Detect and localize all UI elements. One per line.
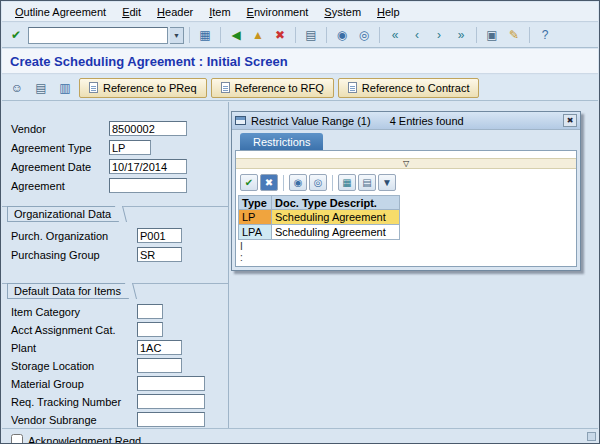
last-page-icon[interactable]: » bbox=[451, 26, 471, 45]
agreement-label: Agreement bbox=[11, 180, 65, 192]
agreement-date-input[interactable] bbox=[109, 159, 187, 174]
printer-icon[interactable]: ▤ bbox=[31, 78, 51, 97]
agreement-type-label: Agreement Type bbox=[11, 142, 92, 154]
grid-cell-description[interactable]: Scheduling Agreement bbox=[272, 225, 400, 240]
section-tab-slant bbox=[115, 206, 127, 222]
column-header-description[interactable]: Doc. Type Descript. bbox=[272, 195, 400, 210]
field-row-storage-location: Storage Location bbox=[2, 358, 228, 374]
dialog-title: Restrict Value Range (1) bbox=[251, 115, 371, 127]
field-row-plant: Plant bbox=[2, 340, 228, 356]
grid-cell-type[interactable]: LPA bbox=[238, 225, 272, 240]
shortcut-icon[interactable]: ✎ bbox=[504, 26, 524, 45]
standard-toolbar: ✔ ▼ ▦ ◀ ▲ ✖ ▤ ◉ ◎ « ‹ › » ▣ ✎ ? bbox=[2, 23, 598, 48]
acknowledgment-checkbox[interactable] bbox=[11, 434, 23, 444]
toolbar-separator bbox=[295, 27, 296, 43]
grid-header-row: Type Doc. Type Descript. bbox=[238, 195, 400, 210]
save-icon[interactable]: ▦ bbox=[195, 26, 215, 45]
tab-restrictions[interactable]: Restrictions bbox=[240, 133, 323, 150]
menu-edit[interactable]: Edit bbox=[114, 4, 149, 20]
accept-icon[interactable]: ✔ bbox=[240, 174, 258, 191]
plant-input[interactable] bbox=[137, 340, 182, 355]
document-icon bbox=[348, 82, 357, 93]
section-title: Default Data for Items bbox=[14, 285, 121, 297]
exit-icon[interactable]: ▲ bbox=[248, 26, 268, 45]
menu-header[interactable]: Header bbox=[149, 4, 201, 20]
acct-assignment-input[interactable] bbox=[137, 322, 163, 337]
command-input[interactable] bbox=[28, 27, 168, 44]
field-row-acknowledgment: Acknowledgment Reqd bbox=[2, 433, 228, 444]
toolbar-separator bbox=[220, 27, 221, 43]
menu-item[interactable]: Item bbox=[201, 4, 238, 20]
close-icon[interactable]: ✖ bbox=[563, 114, 577, 127]
application-toolbar: ☺ ▤ ▥ Reference to PReq Reference to RFQ… bbox=[2, 75, 598, 101]
grid-row-lpa[interactable]: LPA Scheduling Agreement bbox=[238, 225, 400, 240]
filter-toggle-icon[interactable]: ▽ bbox=[403, 159, 409, 168]
purch-organization-input[interactable] bbox=[137, 228, 182, 243]
next-page-icon[interactable]: › bbox=[429, 26, 449, 45]
field-row-acct-assignment: Acct Assignment Cat. bbox=[2, 322, 228, 338]
find-icon[interactable]: ◉ bbox=[289, 174, 307, 191]
find-next-icon[interactable]: ◎ bbox=[354, 26, 374, 45]
new-session-icon[interactable]: ▣ bbox=[482, 26, 502, 45]
item-category-label: Item Category bbox=[11, 306, 80, 318]
restrictions-expander[interactable]: ▽ bbox=[236, 158, 576, 169]
enter-icon[interactable]: ✔ bbox=[6, 26, 26, 45]
toolbar-separator bbox=[379, 27, 380, 43]
person-icon[interactable]: ☺ bbox=[7, 78, 27, 97]
first-page-icon[interactable]: « bbox=[385, 26, 405, 45]
cursor-artifact: I bbox=[240, 242, 243, 252]
field-row-purch-organization: Purch. Organization bbox=[2, 228, 228, 244]
purchasing-group-label: Purchasing Group bbox=[11, 249, 100, 261]
agreement-input[interactable] bbox=[109, 178, 187, 193]
purchasing-group-input[interactable] bbox=[137, 247, 182, 262]
print-icon[interactable]: ▤ bbox=[301, 26, 321, 45]
toolbar-separator bbox=[332, 175, 333, 191]
section-title: Organizational Data bbox=[14, 208, 111, 220]
dots-artifact: : bbox=[240, 253, 243, 263]
grid-cell-type[interactable]: LP bbox=[238, 210, 272, 225]
section-tab-slant bbox=[125, 283, 137, 299]
vendor-input[interactable] bbox=[109, 121, 187, 136]
item-category-input[interactable] bbox=[137, 304, 163, 319]
vendor-subrange-input[interactable] bbox=[137, 412, 205, 427]
command-history-button[interactable]: ▼ bbox=[170, 27, 184, 44]
copy-icon[interactable]: ▥ bbox=[55, 78, 75, 97]
req-tracking-number-label: Req. Tracking Number bbox=[11, 396, 121, 408]
find-icon[interactable]: ◉ bbox=[332, 26, 352, 45]
column-header-type[interactable]: Type bbox=[238, 195, 272, 210]
help-icon[interactable]: ? bbox=[535, 26, 555, 45]
reference-to-rfq-button[interactable]: Reference to RFQ bbox=[211, 78, 334, 98]
menu-system[interactable]: System bbox=[316, 4, 369, 20]
print-icon[interactable]: ▤ bbox=[358, 174, 376, 191]
menu-outline-agreement[interactable]: Outline Agreement bbox=[7, 4, 114, 20]
title-bar: Create Scheduling Agreement : Initial Sc… bbox=[2, 49, 598, 74]
field-row-agreement-date: Agreement Date bbox=[2, 159, 228, 175]
material-group-input[interactable] bbox=[137, 376, 205, 391]
field-row-item-category: Item Category bbox=[2, 304, 228, 320]
storage-location-input[interactable] bbox=[137, 358, 182, 373]
menu-help[interactable]: Help bbox=[369, 4, 408, 20]
resize-grip[interactable] bbox=[587, 432, 596, 441]
menu-environment[interactable]: Environment bbox=[239, 4, 317, 20]
dialog-title-bar[interactable]: Restrict Value Range (1) 4 Entries found… bbox=[232, 112, 580, 130]
export-icon[interactable]: ▦ bbox=[338, 174, 356, 191]
grid-cell-description[interactable]: Scheduling Agreement bbox=[272, 210, 400, 225]
sap-window: Outline Agreement Edit Header Item Envir… bbox=[0, 0, 600, 444]
acct-assignment-label: Acct Assignment Cat. bbox=[11, 324, 116, 336]
agreement-type-input[interactable] bbox=[109, 140, 151, 155]
reference-to-preq-button[interactable]: Reference to PReq bbox=[79, 78, 207, 98]
cancel-icon[interactable]: ✖ bbox=[260, 174, 278, 191]
field-row-req-tracking-number: Req. Tracking Number bbox=[2, 394, 228, 410]
previous-page-icon[interactable]: ‹ bbox=[407, 26, 427, 45]
status-divider bbox=[2, 428, 598, 429]
more-options-icon[interactable]: ▼ bbox=[378, 174, 396, 191]
cancel-icon[interactable]: ✖ bbox=[270, 26, 290, 45]
section-default-data-for-items: Default Data for Items bbox=[7, 283, 131, 299]
reference-to-contract-button[interactable]: Reference to Contract bbox=[338, 78, 480, 98]
req-tracking-number-input[interactable] bbox=[137, 394, 205, 409]
field-row-vendor: Vendor bbox=[2, 121, 228, 137]
back-icon[interactable]: ◀ bbox=[226, 26, 246, 45]
grid-row-lp[interactable]: LP Scheduling Agreement bbox=[238, 210, 400, 225]
find-next-icon[interactable]: ◎ bbox=[309, 174, 327, 191]
button-label: Reference to PReq bbox=[103, 82, 197, 94]
